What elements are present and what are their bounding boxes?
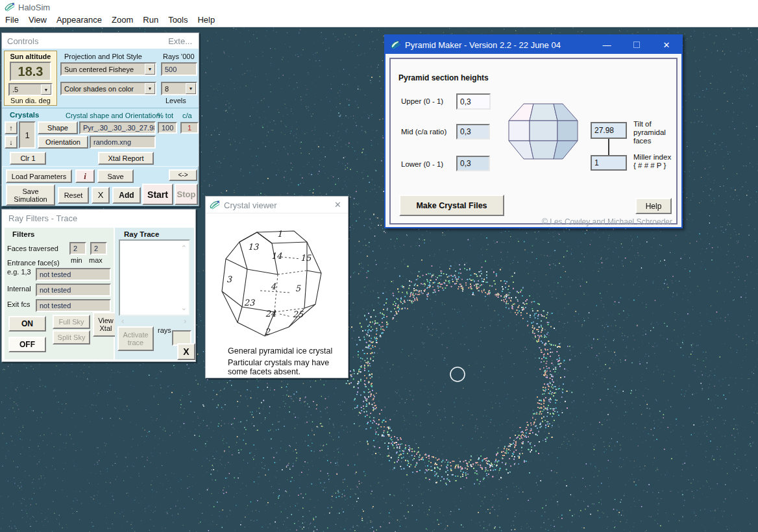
- ray-filters-window: Ray Filters - Trace Filters Faces traver…: [1, 209, 196, 362]
- swap-button[interactable]: <->: [169, 169, 197, 181]
- ray-trace-panel: Ray Trace ⌃ ⌄ ‹ › Activate trace rays: [115, 228, 194, 359]
- orientation-file-field[interactable]: random.xng: [90, 136, 156, 149]
- shape-file-field[interactable]: Pyr_.30_.30_.30_27.98: [79, 121, 156, 134]
- controls-titlebar[interactable]: Controls Exte...: [2, 33, 199, 49]
- x-button[interactable]: X: [92, 187, 110, 204]
- face-label: 13: [248, 242, 260, 252]
- start-button[interactable]: Start: [142, 184, 173, 205]
- controls-content: Sun altitude 18.3 .5 ▼ Sun dia. deg Proj…: [2, 49, 199, 206]
- scroll-right-icon[interactable]: ›: [184, 318, 186, 324]
- entrance-faces-input[interactable]: not tested: [36, 268, 111, 281]
- controls-window: Controls Exte... Sun altitude 18.3 .5 ▼ …: [1, 32, 199, 206]
- help-button[interactable]: Help: [635, 198, 672, 214]
- sun-altitude-label: Sun altitude: [5, 53, 56, 60]
- lower-input[interactable]: 0,3: [456, 156, 490, 171]
- menu-run[interactable]: Run: [143, 15, 158, 25]
- faces-max-input[interactable]: 2: [90, 242, 107, 255]
- minimize-button[interactable]: —: [592, 36, 622, 54]
- crystal-viewer-title: Crystal viewer: [224, 200, 277, 210]
- menu-view[interactable]: View: [29, 15, 47, 25]
- make-crystal-files-button[interactable]: Make Crystal Files: [399, 195, 504, 216]
- reset-button[interactable]: Reset: [58, 187, 89, 204]
- menu-zoom[interactable]: Zoom: [112, 15, 133, 25]
- pyramid-maker-titlebar[interactable]: Pyramid Maker - Version 2.2 - 22 June 04…: [385, 36, 681, 54]
- scroll-up-icon[interactable]: ⌃: [181, 245, 187, 251]
- clr-button[interactable]: Clr 1: [10, 152, 46, 165]
- miller-input[interactable]: 1: [591, 155, 627, 171]
- close-icon: ✕: [663, 40, 670, 50]
- rays-input[interactable]: 500: [161, 62, 197, 76]
- up-arrow-icon: ↑: [9, 124, 13, 132]
- info-button[interactable]: i: [75, 169, 95, 183]
- split-sky-button[interactable]: Split Sky: [53, 330, 90, 345]
- tilt-label: Tilt of pyramidal faces: [633, 120, 666, 145]
- save-simulation-button[interactable]: Save Simulation: [6, 184, 55, 206]
- maximize-icon: [633, 42, 640, 48]
- mid-input[interactable]: 0,3: [456, 124, 490, 139]
- rays-caption: Rays '000: [163, 53, 195, 60]
- menu-bar: HaloSim File View Appearance Zoom Run To…: [0, 0, 758, 27]
- crystal-caption: General pyramidal ice crystal: [228, 346, 332, 356]
- xtal-report-button[interactable]: Xtal Report: [98, 152, 154, 165]
- close-button[interactable]: ✕: [652, 36, 681, 54]
- ray-trace-listbox[interactable]: ⌃ ⌄: [119, 239, 190, 316]
- on-button[interactable]: ON: [8, 316, 46, 332]
- sun-diameter-dropdown[interactable]: .5 ▼: [8, 83, 53, 96]
- chevron-down-icon[interactable]: ▼: [186, 83, 196, 94]
- chevron-down-icon[interactable]: ▼: [41, 84, 51, 95]
- face-label: 5: [295, 284, 301, 293]
- internal-input[interactable]: not tested: [36, 284, 111, 296]
- scroll-left-icon[interactable]: ‹: [121, 318, 124, 324]
- save-button[interactable]: Save: [97, 169, 134, 183]
- faces-min-input[interactable]: 2: [69, 242, 86, 255]
- chevron-down-icon[interactable]: ▼: [145, 83, 155, 94]
- stop-button[interactable]: Stop: [175, 184, 198, 205]
- ca-value[interactable]: 1: [180, 122, 199, 134]
- exit-faces-label: Exit fcs: [7, 300, 30, 308]
- maximize-button[interactable]: [622, 36, 652, 54]
- menu-appearance[interactable]: Appearance: [56, 15, 102, 25]
- face-label: 14: [271, 251, 282, 261]
- divider: [2, 108, 199, 108]
- rays-label: rays: [158, 326, 171, 334]
- mid-label: Mid (c/a ratio): [401, 128, 446, 136]
- section-heights-header: Pyramid section heights: [398, 73, 489, 82]
- crystal-down-button[interactable]: ↓: [5, 136, 18, 149]
- off-button[interactable]: OFF: [8, 337, 46, 352]
- tilt-input[interactable]: 27.98: [591, 122, 627, 139]
- color-shading-dropdown[interactable]: Color shades on color ▼: [60, 82, 156, 95]
- face-label: 15: [300, 253, 312, 263]
- shape-button[interactable]: Shape: [38, 121, 78, 134]
- scroll-down-icon[interactable]: ⌄: [181, 304, 187, 311]
- crystal-index: 1: [19, 121, 36, 149]
- orientation-button[interactable]: Orientation: [38, 136, 88, 149]
- controls-overflow-title: Exte...: [168, 36, 192, 46]
- crystal-viewer-titlebar[interactable]: Crystal viewer ✕: [206, 197, 348, 213]
- crystal-up-button[interactable]: ↑: [5, 121, 18, 134]
- chevron-down-icon[interactable]: ▼: [145, 64, 155, 75]
- face-label: 24: [265, 309, 276, 319]
- app-title: HaloSim: [18, 3, 50, 12]
- activate-trace-button[interactable]: Activate trace: [117, 326, 154, 351]
- projection-style-dropdown[interactable]: Sun centered Fisheye ▼: [60, 62, 156, 76]
- levels-dropdown[interactable]: 8 ▼: [161, 82, 197, 95]
- crystal-viewer-window: Crystal viewer ✕: [205, 196, 348, 378]
- menu-tools[interactable]: Tools: [168, 15, 188, 25]
- minimize-icon: —: [603, 40, 611, 50]
- load-parameters-button[interactable]: Load Parameters: [6, 169, 72, 183]
- pct-value[interactable]: 100: [158, 122, 177, 134]
- down-arrow-icon: ↓: [9, 138, 13, 146]
- close-icon[interactable]: ✕: [334, 200, 341, 210]
- ray-filters-titlebar[interactable]: Ray Filters - Trace: [2, 210, 195, 226]
- add-button[interactable]: Add: [112, 187, 141, 204]
- menu-help[interactable]: Help: [197, 15, 215, 25]
- full-sky-button[interactable]: Full Sky: [53, 315, 90, 329]
- upper-input[interactable]: 0,3: [456, 93, 491, 110]
- menu-row: File View Appearance Zoom Run Tools Help: [5, 15, 215, 25]
- max-caption: max: [89, 256, 103, 264]
- ray-filters-close-button[interactable]: X: [177, 343, 195, 360]
- menu-file[interactable]: File: [5, 15, 19, 25]
- exit-faces-input[interactable]: not tested: [36, 299, 111, 312]
- face-label: 25: [293, 309, 304, 319]
- halosim-icon: [210, 200, 220, 213]
